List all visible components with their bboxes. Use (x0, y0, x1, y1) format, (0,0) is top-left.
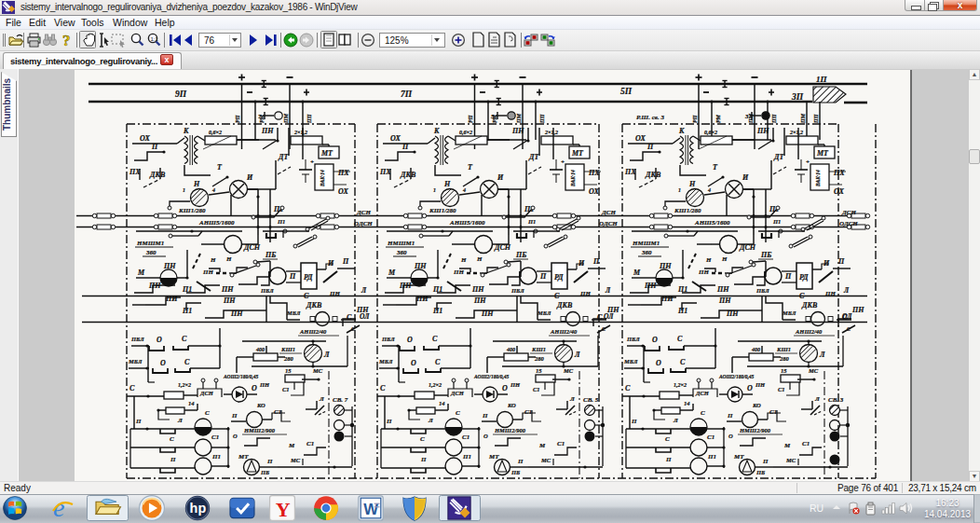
svg-text:ОХ: ОХ (589, 187, 599, 196)
svg-text:Н: Н (688, 180, 696, 188)
svg-text:П: П (170, 456, 176, 463)
svg-text:Л: Л (574, 351, 580, 359)
svg-text:ПП: ПП (813, 114, 819, 124)
svg-text:О: О (252, 384, 257, 392)
svg-text:Н: Н (705, 256, 712, 264)
svg-text:360: 360 (145, 249, 157, 256)
svg-text:1: 1 (433, 187, 436, 193)
svg-text:ПМ: ПМ (800, 113, 806, 124)
svg-text:14: 14 (684, 400, 690, 406)
svg-text:М: М (633, 268, 641, 277)
svg-text:Т: Т (468, 163, 473, 172)
svg-text:Н: Н (443, 180, 451, 188)
svg-text:П: П (539, 272, 547, 281)
svg-text:С: С (170, 435, 174, 443)
svg-text:Л: Л (569, 395, 575, 403)
svg-text:РМ: РМ (715, 114, 721, 123)
svg-text:ПН: ПН (606, 306, 619, 314)
svg-text:С: С (380, 384, 386, 392)
svg-text:О: О (728, 433, 733, 439)
svg-text:С: С (129, 384, 135, 392)
svg-text:П: П (266, 458, 273, 465)
svg-text:С: С (680, 358, 686, 366)
svg-text:П1: П1 (277, 218, 285, 225)
svg-text:О: О (483, 433, 488, 439)
svg-text:СВ. 5: СВ. 5 (583, 396, 599, 404)
svg-text:Т: Т (217, 163, 223, 172)
svg-text:С: С (554, 292, 560, 300)
svg-text:ПБЛ: ПБЛ (130, 336, 144, 342)
svg-text:П: П (665, 456, 672, 463)
svg-text:О: О (502, 384, 508, 392)
svg-text:О: О (407, 336, 413, 344)
svg-text:КШ1/280: КШ1/280 (674, 207, 701, 214)
svg-text:П: П (289, 272, 296, 281)
svg-text:Н: Н (476, 255, 483, 263)
svg-text:1,2×2: 1,2×2 (178, 382, 191, 388)
svg-text:ВАК·14: ВАК·14 (815, 170, 821, 187)
svg-text:К: К (678, 127, 685, 135)
svg-text:О: О (411, 359, 416, 367)
svg-text:ПИ: ПИ (415, 295, 429, 303)
svg-text:280: 280 (283, 355, 294, 362)
svg-text:ПХ: ПХ (129, 168, 141, 176)
svg-text:ОДСН: ОДСН (599, 220, 618, 227)
svg-text:СВ. 7: СВ. 7 (333, 396, 348, 404)
svg-text:П1: П1 (462, 453, 471, 461)
svg-text:МБЛ: МБЛ (782, 310, 796, 316)
svg-text:С: С (435, 358, 441, 366)
svg-text:С: С (701, 409, 705, 417)
svg-text:ПМ: ПМ (516, 113, 522, 124)
svg-text:ПП: ПП (771, 114, 777, 124)
svg-text:1,2×2: 1,2×2 (674, 382, 687, 388)
svg-text:МС: МС (785, 457, 796, 463)
svg-text:ПН: ПН (510, 381, 521, 388)
svg-text:П: П (402, 143, 409, 151)
svg-text:ПБЛ: ПБЛ (510, 287, 524, 294)
svg-text:ОХ: ОХ (140, 134, 150, 143)
svg-text:ПН: ПН (223, 296, 236, 305)
svg-text:НМШМ1: НМШМ1 (387, 240, 415, 247)
svg-text:НМШ2/900: НМШ2/900 (739, 427, 771, 434)
svg-text:С: С (432, 335, 438, 343)
svg-text:2×1,2: 2×1,2 (789, 130, 803, 135)
svg-text:С1: С1 (282, 386, 290, 392)
svg-text:ПБЛ: ПБЛ (626, 336, 640, 342)
svg-text:АНШ2/40: АНШ2/40 (299, 328, 327, 335)
svg-text:0,6×2: 0,6×2 (459, 130, 472, 135)
svg-text:400: 400 (506, 347, 515, 352)
svg-text:СВ. 3: СВ. 3 (828, 396, 844, 404)
svg-text:ПН: ПН (579, 290, 591, 297)
svg-text:ДСН: ДСН (601, 209, 616, 216)
svg-text:ПН: ПН (356, 306, 369, 314)
svg-text:ПН: ПН (221, 285, 234, 294)
svg-text:0,6×2: 0,6×2 (209, 130, 222, 135)
svg-text:П: П (482, 412, 488, 420)
svg-text:ДКВ: ДКВ (400, 171, 416, 179)
svg-text:С: С (304, 292, 309, 300)
svg-text:+: + (310, 158, 314, 166)
svg-text:П: П (592, 257, 600, 266)
svg-text:ПБЛ: ПБЛ (755, 287, 769, 294)
svg-text:ПН: ПН (755, 381, 766, 388)
svg-text:О: О (160, 359, 166, 367)
svg-text:П: П (231, 412, 238, 420)
svg-text:РД: РД (799, 273, 809, 282)
svg-text:ОХ: ОХ (390, 134, 401, 143)
svg-text:АНШ5/1600: АНШ5/1600 (198, 219, 235, 227)
svg-text:ОХ: ОХ (635, 134, 646, 143)
svg-text:С: С (184, 358, 190, 366)
svg-text:ПБ: ПБ (260, 469, 269, 475)
svg-text:МБЛ: МБЛ (537, 310, 551, 316)
svg-text:ДСН: ДСН (199, 390, 214, 396)
svg-text:С1: С1 (306, 440, 314, 447)
svg-text:ПХ: ПХ (833, 169, 845, 177)
svg-text:ПН: ПН (259, 381, 270, 388)
svg-text:ОДСН: ОДСН (839, 220, 858, 227)
svg-text:ПН: ПН (718, 296, 731, 305)
svg-text:Л: Л (605, 286, 611, 295)
svg-text:КШ1: КШ1 (776, 346, 791, 352)
svg-text:М: М (538, 442, 546, 449)
svg-text:Л: Л (814, 395, 820, 403)
svg-text:П1: П1 (772, 218, 781, 225)
